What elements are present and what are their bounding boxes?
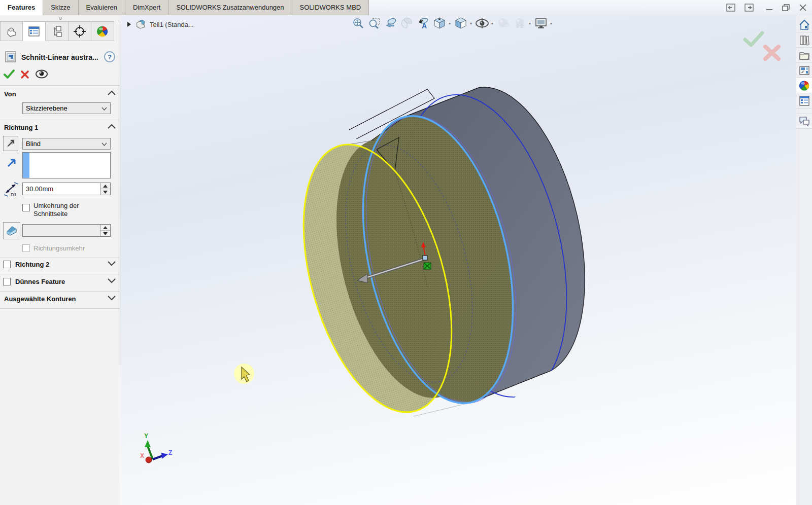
task-pane-home-button[interactable] [796, 17, 812, 32]
view-orientation-icon[interactable] [432, 16, 447, 30]
tab-displaymanager[interactable] [91, 21, 114, 41]
view-settings-icon[interactable] [534, 16, 548, 30]
dropdown-arrow-icon[interactable]: ▾ [449, 21, 451, 26]
dropdown-arrow-icon[interactable]: ▾ [550, 21, 552, 26]
draft-reverse-label: Richtungsumkehr [33, 244, 85, 252]
cut-extrude-icon [4, 50, 18, 64]
depth-d1-icon: D1 [2, 182, 20, 197]
property-form-icon [27, 25, 41, 38]
task-pane-comments-button[interactable] [796, 114, 812, 129]
von-dropdown[interactable]: Skizzierebene [22, 102, 111, 114]
zoom-to-fit-icon[interactable] [351, 16, 365, 30]
graphics-viewport[interactable]: Y Z X Teil1 (Standa... A ▾ ▾ ▾ ▾ [120, 15, 796, 505]
help-button[interactable]: ? [104, 51, 115, 62]
appearances-sphere-icon [798, 80, 810, 92]
model-scene: Y Z X [120, 15, 796, 505]
tab-features[interactable]: Features [0, 0, 43, 15]
command-manager-tabstrip: Features Skizze Evaluieren DimXpert SOLI… [0, 0, 812, 15]
propertymanager-title: Schnitt-Linear austra... [21, 53, 98, 61]
tab-zusatzanwendungen[interactable]: SOLIDWORKS Zusatzanwendungen [168, 0, 292, 15]
spinner-up-icon[interactable] [100, 183, 110, 189]
tab-configurationmanager[interactable] [46, 21, 69, 41]
section-thin-feature-label: Dünnes Feature [15, 278, 65, 285]
dropdown-arrow-icon[interactable]: ▾ [491, 21, 493, 26]
zoom-to-area-icon[interactable] [367, 16, 382, 30]
expand-selected-contours-chevron-icon[interactable] [107, 295, 116, 301]
expand-thin-feature-chevron-icon[interactable] [107, 278, 116, 283]
tab-featuremanager-tree[interactable] [0, 21, 23, 41]
restore-icon[interactable] [782, 4, 791, 12]
collapse-right-icon[interactable] [744, 3, 754, 12]
part-document-icon [135, 19, 146, 30]
draft-reverse-checkbox [22, 244, 30, 252]
draft-wedge-icon [5, 225, 18, 237]
tab-evaluieren[interactable]: Evaluieren [79, 0, 125, 15]
hide-show-items-icon[interactable] [475, 16, 489, 30]
comments-icon [798, 116, 810, 127]
task-pane-design-library-button[interactable] [796, 32, 812, 48]
expand-richtung2-chevron-icon[interactable] [107, 261, 116, 266]
dimxpert-target-icon [73, 25, 86, 38]
preview-eye-button[interactable] [35, 68, 49, 80]
depth-spinner[interactable] [100, 183, 110, 195]
minimize-icon[interactable] [765, 4, 773, 12]
spinner-down-icon[interactable] [100, 231, 110, 236]
task-pane-custom-properties-button[interactable] [796, 93, 812, 109]
task-pane-file-explorer-button[interactable] [796, 48, 812, 63]
view-palette-icon [798, 64, 810, 77]
section-von-label: Von [4, 90, 16, 98]
end-condition-dropdown[interactable]: Blind [22, 138, 111, 150]
depth-value-field[interactable]: 30.00mm [22, 183, 111, 195]
display-style-icon[interactable] [454, 16, 468, 30]
divider [0, 274, 120, 274]
divider [0, 120, 120, 120]
confirm-cancel-icon [765, 47, 779, 59]
edit-appearance-icon [496, 16, 511, 30]
thin-feature-checkbox[interactable] [3, 278, 11, 285]
direction-selection-box[interactable] [22, 152, 111, 178]
collapse-von-chevron-icon[interactable] [107, 90, 116, 96]
active-selection-stripe [23, 153, 29, 178]
draft-button[interactable] [3, 222, 20, 239]
tab-skizze[interactable]: Skizze [43, 0, 78, 15]
dynamic-annotation-views-icon[interactable]: A [416, 16, 430, 30]
divider [0, 308, 120, 309]
previous-view-icon[interactable] [384, 16, 398, 30]
display-sphere-icon [96, 25, 109, 38]
panel-splitter-top[interactable] [0, 15, 126, 21]
apply-scene-icon [513, 16, 527, 30]
reverse-direction-button[interactable] [3, 136, 18, 151]
task-pane-view-palette-button[interactable] [796, 63, 812, 78]
tab-propertymanager[interactable] [23, 21, 46, 41]
solidworks-window: { "command_tabs": { "items": [ { "label"… [0, 0, 812, 505]
spinner-up-icon[interactable] [100, 225, 110, 231]
divider [0, 258, 120, 258]
heads-up-toolbar: A ▾ ▾ ▾ ▾ ▾ [351, 16, 553, 30]
dropdown-arrow-icon[interactable]: ▾ [470, 21, 472, 26]
collapse-richtung1-chevron-icon[interactable] [107, 124, 116, 129]
spinner-down-icon[interactable] [100, 189, 110, 195]
svg-text:D1: D1 [11, 192, 17, 197]
section-richtung2-label: Richtung 2 [15, 261, 49, 268]
tab-dimxpertmanager[interactable] [69, 21, 91, 41]
tab-dimxpert[interactable]: DimXpert [125, 0, 168, 15]
confirmation-corner[interactable] [745, 33, 779, 59]
dropdown-arrow-icon[interactable]: ▾ [529, 21, 531, 26]
cancel-button[interactable] [20, 70, 29, 79]
depth-value: 30.00mm [26, 185, 53, 193]
richtung2-checkbox[interactable] [3, 261, 11, 268]
property-manager-panel: Schnitt-Linear austra... ? Von Skizziere… [0, 21, 120, 505]
expand-arrow-icon[interactable] [126, 21, 131, 27]
triad-z-label: Z [168, 449, 172, 456]
flip-side-checkbox[interactable] [22, 204, 30, 211]
mouse-cursor [234, 364, 254, 384]
close-icon[interactable] [799, 4, 807, 12]
flyout-feature-tree[interactable]: Teil1 (Standa... [126, 19, 194, 30]
draft-angle-spinner[interactable] [100, 225, 110, 236]
collapse-left-icon[interactable] [726, 3, 736, 12]
task-pane-appearances-button[interactable] [796, 78, 812, 93]
tab-solidworks-mbd[interactable]: SOLIDWORKS MBD [292, 0, 369, 15]
ok-button[interactable] [4, 69, 15, 79]
part-name-label: Teil1 (Standa... [150, 21, 194, 28]
draft-angle-field [22, 224, 111, 237]
